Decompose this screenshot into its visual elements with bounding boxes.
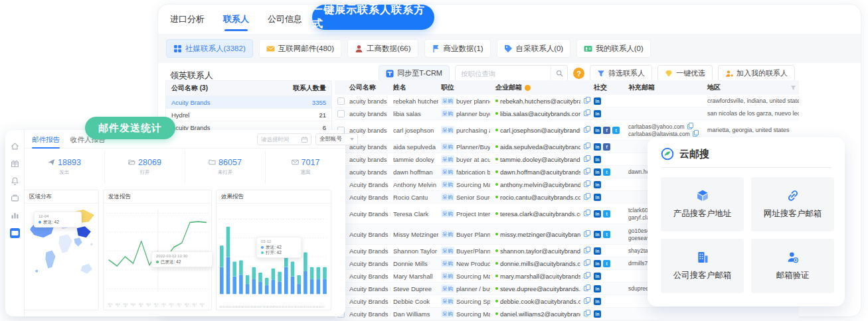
linkedin-badge[interactable]: in — [594, 285, 601, 292]
search-input[interactable] — [456, 70, 551, 78]
copy-icon[interactable] — [687, 124, 692, 129]
copy-icon[interactable] — [584, 261, 588, 266]
row-checkbox[interactable] — [337, 97, 345, 105]
chip-label: 我的联系人(0) — [596, 44, 644, 54]
social-cell: int — [591, 204, 626, 224]
name-cell: carl josephson — [391, 120, 438, 140]
linkedin-badge[interactable]: in — [594, 156, 601, 163]
x-tick-label: 03-03 — [232, 305, 238, 308]
company-cell: Acuity Brands — [347, 245, 391, 257]
copy-icon[interactable] — [584, 144, 588, 149]
linkedin-badge[interactable]: in — [594, 143, 601, 151]
facebook-badge[interactable]: f — [603, 143, 610, 151]
mail-tab-邮件报告[interactable]: 邮件报告 — [32, 135, 60, 149]
twitter-badge[interactable]: t — [603, 210, 610, 218]
facebook-badge[interactable]: f — [603, 127, 610, 134]
contact-source-chip[interactable]: 我的联系人(0) — [576, 39, 651, 58]
copy-icon[interactable] — [584, 211, 588, 216]
company-row[interactable]: Acuity Brands3355 — [166, 96, 331, 108]
copy-icon[interactable] — [584, 169, 588, 174]
filter-contacts-button[interactable]: 筛选联系人 — [590, 65, 652, 82]
contact-source-chip[interactable]: 社媒联系人(3382) — [166, 39, 253, 58]
email-cell: dawn.hoffman@acuitybrands.com — [493, 166, 591, 178]
briefcase-icon[interactable] — [11, 194, 19, 202]
tab-进口分析[interactable]: 进口分析 — [170, 13, 205, 31]
chart-icon[interactable] — [11, 211, 19, 220]
purchase-tag: 采购 — [441, 297, 454, 305]
one-click-optimize-button[interactable]: 一键优选 — [657, 65, 713, 82]
bell-icon[interactable] — [11, 176, 19, 185]
twitter-badge[interactable]: t — [612, 127, 620, 134]
date-input[interactable] — [258, 136, 301, 143]
copy-icon[interactable] — [584, 98, 588, 103]
x-tick-label: 03-04 — [106, 303, 114, 308]
copy-icon[interactable] — [584, 194, 588, 200]
company-row[interactable]: Hydrel21 — [166, 108, 331, 121]
linkedin-badge[interactable]: in — [594, 310, 601, 318]
name-cell: Missy Metzinger — [391, 224, 438, 244]
contact-source-chip[interactable]: 商业数据(1) — [424, 39, 491, 58]
chip-label: 社媒联系人(3382) — [185, 44, 246, 54]
purchase-tag: 采购 — [441, 272, 454, 280]
social-cell: in — [591, 95, 626, 107]
twitter-badge[interactable]: t — [603, 231, 610, 238]
cloud-tool-tile-3[interactable]: 公司搜客户邮箱 — [661, 239, 744, 293]
linkedin-badge[interactable]: in — [594, 110, 601, 117]
position-text: buyer planner — [456, 97, 490, 105]
contact-source-chip[interactable]: 工商数据(66) — [347, 39, 418, 58]
twitter-badge[interactable]: t — [603, 260, 610, 267]
linkedin-badge[interactable]: in — [594, 168, 601, 176]
cloud-tool-tile-1[interactable]: 产品搜客户地址 — [661, 177, 744, 231]
divider — [661, 167, 831, 168]
copy-icon[interactable] — [584, 111, 588, 116]
copy-icon[interactable] — [584, 311, 588, 316]
email-cell: anthony.melvin@acuitybrands.com — [493, 178, 591, 190]
copy-icon[interactable] — [584, 298, 588, 304]
company-cell: Acuity Brands — [347, 257, 391, 269]
tab-联系人[interactable]: 联系人 — [223, 13, 249, 31]
linkedin-badge[interactable]: in — [594, 260, 601, 267]
date-range-picker — [257, 133, 311, 145]
linkedin-badge[interactable]: in — [594, 97, 601, 105]
account-select[interactable]: 全部账号 — [315, 133, 358, 145]
linkedin-badge[interactable]: in — [594, 273, 601, 280]
cloud-tool-tile-2[interactable]: 网址搜客户邮箱 — [751, 177, 834, 231]
copy-icon[interactable] — [584, 273, 588, 279]
verified-dot-icon — [495, 196, 498, 198]
contact-source-chip[interactable]: 互联网邮件(480) — [259, 39, 341, 58]
position-cell: 采购Project Intergration — [438, 204, 493, 224]
cloud-tool-tile-4[interactable]: 邮箱验证 — [751, 239, 834, 293]
linkedin-badge[interactable]: in — [594, 298, 601, 305]
home-icon[interactable] — [11, 142, 19, 151]
position-text: planner / buyer / pro — [456, 285, 490, 292]
help-icon[interactable]: ? — [573, 68, 584, 79]
company-cell: Acuity Brands Lighting — [347, 308, 391, 320]
copy-icon[interactable] — [584, 157, 588, 162]
linkedin-badge[interactable]: in — [594, 181, 601, 188]
linkedin-badge[interactable]: in — [594, 194, 601, 201]
search-icon[interactable] — [551, 66, 567, 81]
copy-icon[interactable] — [584, 286, 588, 291]
sync-tcrm-button[interactable]: 同步至T-CRM — [379, 65, 450, 82]
email-cell: missy.metzinger@acuitybrands.com — [493, 224, 591, 244]
copy-icon[interactable] — [693, 131, 697, 137]
email-cell: daniel.williams2@acuitybrands.com — [493, 308, 591, 320]
cube-icon — [696, 189, 709, 202]
copy-icon[interactable] — [584, 248, 588, 253]
row-checkbox[interactable] — [337, 110, 345, 117]
gift-icon[interactable] — [11, 159, 19, 168]
add-to-my-contacts-button[interactable]: 加入我的联系人 — [718, 65, 795, 82]
linkedin-badge[interactable]: in — [594, 210, 601, 218]
linkedin-badge[interactable]: in — [594, 247, 601, 255]
twitter-badge[interactable]: t — [603, 168, 610, 176]
copy-icon[interactable] — [584, 231, 588, 237]
linkedin-badge[interactable]: in — [594, 127, 601, 134]
tab-公司信息[interactable]: 公司信息 — [268, 13, 302, 31]
contact-source-chip[interactable]: 自采联系人(0) — [497, 39, 571, 58]
position-text: fabrication buyer and — [456, 168, 490, 176]
copy-icon[interactable] — [584, 127, 588, 133]
mail-icon[interactable] — [10, 228, 20, 238]
position-text: Project Intergration — [456, 210, 490, 218]
linkedin-badge[interactable]: in — [594, 231, 601, 238]
copy-icon[interactable] — [584, 182, 588, 187]
